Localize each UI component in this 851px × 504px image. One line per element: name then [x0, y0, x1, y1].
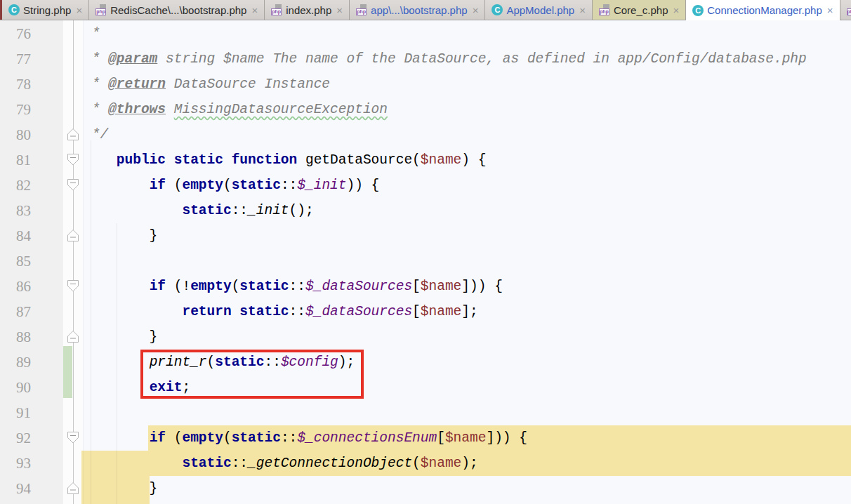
- tab-close-icon[interactable]: ×: [673, 5, 680, 15]
- fold-end-marker[interactable]: [63, 122, 83, 147]
- code-line-83[interactable]: 83 static::_init();: [0, 198, 851, 223]
- line-number: 77: [0, 46, 63, 72]
- line-number: 78: [0, 72, 63, 97]
- code-line-94[interactable]: 94 }: [0, 476, 851, 501]
- phpstorm-editor-window: { "tab_bar": { "tabs": [ {"label": "Stri…: [0, 0, 851, 504]
- line-number: 93: [0, 451, 63, 476]
- line-number: 76: [0, 21, 63, 46]
- tab-close-icon[interactable]: ×: [473, 5, 479, 15]
- tab-database-php[interactable]: phpdatabase.php×: [840, 0, 851, 20]
- code-line-87[interactable]: 87 return static::$_dataSources[$name];: [0, 299, 851, 324]
- tab-label: ConnectionManager.php: [707, 4, 822, 16]
- line-number: 83: [0, 198, 63, 223]
- code-text: static::_getConnectionObject($name);: [83, 451, 851, 476]
- fold-cell: [63, 97, 83, 122]
- code-text: public static function getDataSource($na…: [83, 147, 851, 173]
- code-text: exit;: [83, 375, 851, 400]
- code-line-93[interactable]: 93 static::_getConnectionObject($name);: [0, 451, 851, 476]
- code-line-77[interactable]: 77 * @param string $name The name of the…: [0, 46, 851, 72]
- line-number: 79: [0, 97, 63, 122]
- code-line-84[interactable]: 84 }: [0, 223, 851, 248]
- tab-app-bootstrap-php[interactable]: phpapp\...\bootstrap.php×: [350, 0, 485, 20]
- line-number: 90: [0, 375, 63, 400]
- line-number: 94: [0, 476, 63, 501]
- code-line-80[interactable]: 80 */: [0, 122, 851, 147]
- code-line-92[interactable]: 92 if (empty(static::$_connectionsEnum[$…: [0, 425, 851, 451]
- code-line-78[interactable]: 78 * @return DataSource Instance: [0, 72, 851, 97]
- code-text: }: [83, 223, 851, 248]
- line-number: 84: [0, 223, 63, 248]
- code-text: *: [83, 21, 851, 46]
- tab-close-icon[interactable]: ×: [579, 5, 586, 15]
- class-file-icon: C: [492, 4, 503, 15]
- tab-close-icon[interactable]: ×: [336, 5, 343, 15]
- line-number: 80: [0, 122, 63, 147]
- code-line-82[interactable]: 82 if (empty(static::$_init)) {: [0, 173, 851, 198]
- class-file-icon: C: [8, 4, 20, 15]
- tab-label: String.php: [23, 4, 71, 16]
- code-text: if (!empty(static::$_dataSources[$name])…: [83, 274, 851, 299]
- fold-start-marker[interactable]: [63, 425, 83, 451]
- fold-cell: [63, 72, 83, 97]
- fold-end-marker[interactable]: [63, 476, 83, 501]
- fold-start-marker[interactable]: [63, 147, 83, 173]
- php-file-icon: php: [599, 4, 610, 15]
- fold-cell: [63, 248, 83, 274]
- code-line-90[interactable]: 90 exit;: [0, 375, 851, 400]
- code-text: [83, 248, 851, 274]
- code-line-81[interactable]: 81 public static function getDataSource(…: [0, 147, 851, 173]
- code-text: [83, 400, 851, 425]
- code-line-88[interactable]: 88 }: [0, 324, 851, 350]
- line-number: 87: [0, 299, 63, 324]
- line-number: 81: [0, 147, 63, 173]
- class-file-icon: C: [692, 5, 704, 16]
- fold-cell: [63, 299, 83, 324]
- code-line-85[interactable]: 85: [0, 248, 851, 274]
- fold-cell: [63, 400, 83, 425]
- code-text: * @param string $name The name of the Da…: [83, 46, 851, 72]
- php-file-icon: php: [847, 4, 851, 15]
- tab-core-c-php[interactable]: phpCore_c.php×: [593, 0, 686, 20]
- code-text: if (empty(static::$_connectionsEnum[$nam…: [83, 425, 851, 451]
- fold-cell: [63, 198, 83, 223]
- tab-label: app\...\bootstrap.php: [371, 4, 468, 16]
- fold-cell: [63, 46, 83, 72]
- tab-rediscache-bootstrap-php[interactable]: phpRedisCache\...\bootstrap.php×: [89, 0, 265, 20]
- fold-end-marker[interactable]: [63, 324, 83, 350]
- tab-close-icon[interactable]: ×: [827, 5, 833, 15]
- line-number: 92: [0, 425, 63, 451]
- code-editor-area[interactable]: 76 *77 * @param string $name The name of…: [0, 21, 851, 501]
- fold-cell: [63, 375, 83, 400]
- code-text: */: [83, 122, 851, 147]
- tab-label: index.php: [286, 4, 331, 16]
- tab-string-php[interactable]: CString.php×: [2, 0, 89, 20]
- code-text: return static::$_dataSources[$name];: [83, 299, 851, 324]
- code-line-89[interactable]: 89 print_r(static::$config);: [0, 350, 851, 375]
- line-number: 85: [0, 248, 63, 274]
- code-line-91[interactable]: 91: [0, 400, 851, 425]
- code-text: print_r(static::$config);: [83, 350, 851, 375]
- fold-end-marker[interactable]: [63, 223, 83, 248]
- tab-appmodel-php[interactable]: CAppModel.php×: [485, 0, 593, 20]
- code-text: }: [83, 324, 851, 350]
- tab-close-icon[interactable]: ×: [76, 5, 82, 15]
- line-number: 91: [0, 400, 63, 425]
- fold-start-marker[interactable]: [63, 173, 83, 198]
- code-text: * @throws MissingDatasourceException: [83, 97, 851, 122]
- tab-close-icon[interactable]: ×: [251, 5, 258, 15]
- php-file-icon: php: [356, 4, 367, 15]
- code-text: if (empty(static::$_init)) {: [83, 173, 851, 198]
- php-file-icon: php: [95, 4, 107, 15]
- editor-tab-bar: CString.php×phpRedisCache\...\bootstrap.…: [0, 0, 851, 20]
- tab-label: RedisCache\...\bootstrap.php: [110, 4, 246, 16]
- line-number: 82: [0, 173, 63, 198]
- tab-index-php[interactable]: phpindex.php×: [265, 0, 350, 20]
- code-line-76[interactable]: 76 *: [0, 21, 851, 46]
- fold-start-marker[interactable]: [63, 274, 83, 299]
- code-line-86[interactable]: 86 if (!empty(static::$_dataSources[$nam…: [0, 274, 851, 299]
- tab-connectionmanager-php[interactable]: CConnectionManager.php×: [686, 0, 840, 20]
- fold-cell: [63, 21, 83, 46]
- line-number: 86: [0, 274, 63, 299]
- tab-label: Core_c.php: [614, 4, 668, 16]
- code-line-79[interactable]: 79 * @throws MissingDatasourceException: [0, 97, 851, 122]
